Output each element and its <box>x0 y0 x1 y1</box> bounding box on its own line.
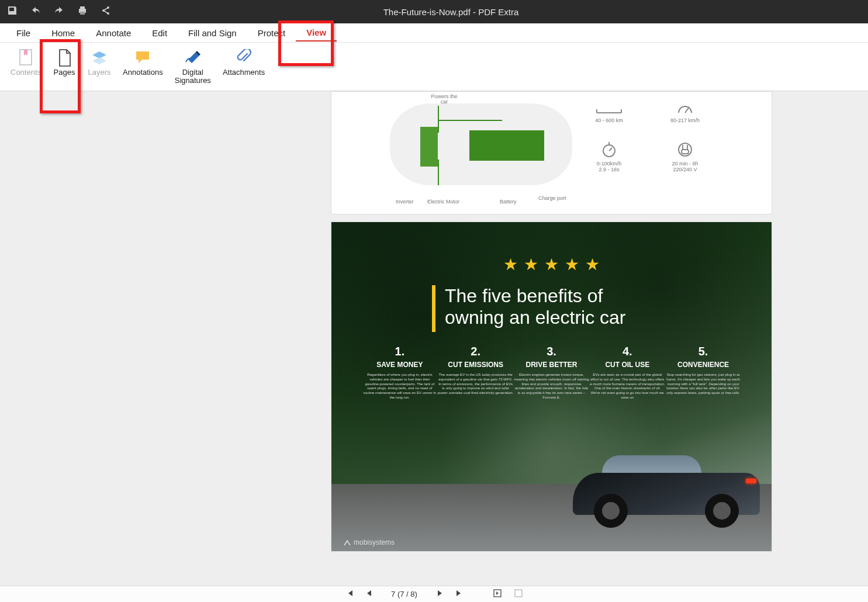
benefit-5: 5. CONVENIENCE Stop searching for gas st… <box>665 345 741 400</box>
ribbon-pages[interactable]: Pages <box>47 46 82 79</box>
prev-page-button[interactable] <box>365 590 372 598</box>
motor-block <box>420 127 438 167</box>
bookmark-icon <box>18 47 34 68</box>
menu-protect[interactable]: Protect <box>247 25 296 41</box>
stopwatch-icon <box>600 141 618 158</box>
workspace[interactable]: Powers the car Inverter Electric Motor B… <box>0 91 868 586</box>
ribbon-attachments[interactable]: Attachments <box>217 46 271 79</box>
save-icon[interactable] <box>7 5 18 18</box>
motor-label: Electric Motor <box>427 199 459 205</box>
paperclip-icon <box>236 47 252 68</box>
next-page-button[interactable] <box>437 590 444 598</box>
stat-charge: 20 min - 8h 220/240 V <box>659 141 711 172</box>
menu-view[interactable]: View <box>296 25 337 41</box>
star-icon: ★ <box>565 255 579 274</box>
ribbon-digital-signatures[interactable]: Digital Signatures <box>169 46 217 88</box>
benefit-2: 2. CUT EMISSIONS The average EV in the U… <box>438 345 514 400</box>
stat-range: 40 - 600 km <box>583 100 635 123</box>
brand-footer: mobisystems <box>343 538 395 546</box>
menu-fill-and-sign[interactable]: Fill and Sign <box>178 25 247 41</box>
svg-rect-2 <box>80 12 85 15</box>
battery-block <box>469 130 544 161</box>
redo-icon[interactable] <box>54 5 64 18</box>
menu-edit[interactable]: Edit <box>141 25 178 41</box>
print-icon[interactable] <box>77 5 88 18</box>
svg-rect-19 <box>515 590 522 597</box>
ribbon-annotations[interactable]: Annotations <box>117 46 169 79</box>
undo-icon[interactable] <box>30 5 41 18</box>
benefit-3: 3. DRIVE BETTER Electric engines generat… <box>514 345 590 400</box>
accent-bar <box>432 285 435 332</box>
svg-line-10 <box>685 107 689 113</box>
layers-icon <box>91 47 108 68</box>
menu-file[interactable]: File <box>6 25 41 41</box>
document-page-partial: Powers the car Inverter Electric Motor B… <box>331 91 772 214</box>
window-title: The-Future-is-Now.pdf - PDF Extra <box>111 7 861 17</box>
inverter-label: Inverter <box>396 199 414 205</box>
last-page-button[interactable] <box>455 589 464 599</box>
stat-speed: 80-217 km/h <box>659 100 711 123</box>
ribbon-contents[interactable]: Contents <box>5 46 47 79</box>
car-illustration <box>573 463 760 528</box>
speed-icon <box>676 100 694 115</box>
workspace-gutter <box>786 91 868 586</box>
star-icon: ★ <box>544 255 559 274</box>
svg-rect-17 <box>682 150 689 154</box>
menu-annotate[interactable]: Annotate <box>85 25 141 41</box>
plug-icon <box>676 141 694 158</box>
ribbon-layers[interactable]: Layers <box>82 46 117 79</box>
star-icon: ★ <box>524 255 538 274</box>
ribbon: Contents Pages Layers Annotations Digita… <box>0 43 868 91</box>
comment-icon <box>134 47 151 68</box>
charge-port-label: Charge port <box>538 196 566 201</box>
fit-page-button[interactable] <box>493 589 502 600</box>
page-title: The five benefits of owning an electric … <box>445 285 625 332</box>
menubar: File Home Annotate Edit Fill and Sign Pr… <box>0 23 868 43</box>
statusbar: 7 (7 / 8) <box>0 586 868 602</box>
page-number-display[interactable]: 7 (7 / 8) <box>384 590 425 598</box>
menu-home[interactable]: Home <box>41 25 85 41</box>
stat-accel: 0-100km/h 2.9 - 16s <box>583 141 635 172</box>
first-page-button[interactable] <box>345 589 354 599</box>
star-icon: ★ <box>503 255 518 274</box>
svg-line-13 <box>609 148 612 151</box>
signature-icon <box>184 47 202 68</box>
fit-width-button[interactable] <box>514 589 523 600</box>
arrow-down-icon <box>438 160 439 185</box>
svg-rect-1 <box>80 6 85 9</box>
arrow-up-icon <box>438 106 439 133</box>
range-icon <box>596 100 623 115</box>
benefit-1: 1. SAVE MONEY Regardless of where you pl… <box>362 345 438 400</box>
battery-label: Battery <box>500 199 517 205</box>
benefit-4: 4. CUT OIL USE EVs are seen as a crucial… <box>589 345 665 400</box>
share-icon[interactable] <box>101 5 111 18</box>
logo-icon <box>343 538 351 546</box>
arrow-left-icon <box>439 120 502 121</box>
stars-row: ★ ★ ★ ★ ★ <box>331 255 772 274</box>
document-page-full: ★ ★ ★ ★ ★ The five benefits of owning an… <box>331 222 772 552</box>
page-icon <box>56 47 72 68</box>
star-icon: ★ <box>585 255 600 274</box>
titlebar: The-Future-is-Now.pdf - PDF Extra <box>0 0 868 23</box>
